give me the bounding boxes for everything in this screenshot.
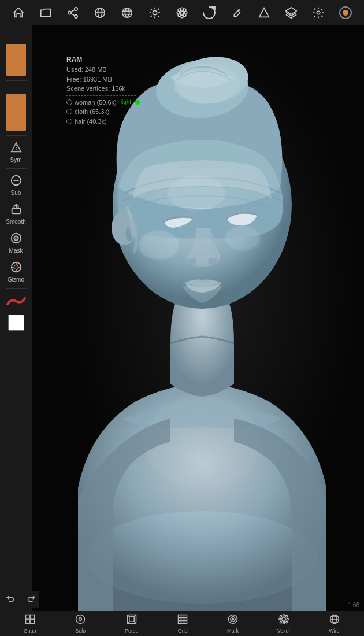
primary-color-swatch[interactable]: [6, 30, 26, 76]
svg-point-60: [225, 225, 260, 251]
svg-point-87: [287, 618, 288, 620]
mesh-item-woman[interactable]: woman (50.6k) light: [66, 98, 140, 108]
layers-icon[interactable]: [282, 3, 300, 22]
persp-label: Persp: [125, 628, 139, 634]
globe-icon[interactable]: [91, 3, 109, 22]
triangle-icon[interactable]: [255, 3, 273, 22]
mesh-icon-hair: [66, 119, 72, 124]
brush-stroke-preview[interactable]: [5, 293, 27, 310]
sun-icon[interactable]: [146, 3, 164, 22]
mesh-item-hair[interactable]: hair (40.3k): [66, 117, 140, 127]
svg-point-0: [75, 7, 78, 10]
ram-used: Used: 248 MB: [66, 65, 140, 75]
svg-line-29: [239, 9, 240, 10]
sub-tool[interactable]: Sub: [2, 171, 31, 199]
grid-label: Grid: [178, 628, 188, 634]
smooth-tool[interactable]: Smooth: [2, 199, 31, 228]
svg-point-67: [76, 615, 85, 624]
voxel-icon: [278, 613, 289, 627]
svg-point-1: [68, 11, 72, 14]
svg-point-42: [14, 236, 18, 240]
undo-redo-controls: [0, 589, 42, 611]
solo-icon: [75, 613, 86, 627]
gizmo-label: Gizmo: [8, 276, 24, 283]
color-swatches-2: [6, 85, 26, 131]
wire-label: Wire: [329, 628, 340, 634]
solo-label: Solo: [75, 628, 86, 634]
mark-tool[interactable]: Mark: [224, 612, 242, 635]
svg-point-27: [183, 9, 186, 12]
gizmo-tool[interactable]: Gizmo: [2, 257, 31, 286]
info-panel: RAM Used: 248 MB Free: 16931 MB Scene ve…: [66, 54, 140, 126]
version-number: 1.66: [348, 602, 359, 608]
svg-point-28: [178, 14, 181, 17]
mesh-icon-cloth: [66, 109, 72, 114]
sidebar-divider-2: [6, 135, 27, 136]
secondary-color-swatch[interactable]: [6, 85, 26, 131]
ram-title: RAM: [66, 54, 140, 65]
undo-button[interactable]: [2, 591, 20, 608]
grid-icon: [177, 613, 188, 627]
voxel-tool[interactable]: Voxel: [274, 612, 294, 635]
sidebar-divider-1: [6, 80, 27, 81]
home-icon[interactable]: [9, 3, 28, 22]
grid-tool[interactable]: Grid: [173, 612, 192, 635]
svg-point-11: [153, 10, 157, 14]
svg-rect-75: [179, 615, 187, 624]
svg-line-14: [151, 8, 152, 9]
svg-point-61: [168, 176, 225, 210]
redo-button[interactable]: [22, 591, 39, 608]
svg-rect-66: [31, 620, 35, 624]
svg-point-83: [281, 617, 285, 622]
svg-point-32: [317, 11, 320, 14]
voxel-label: Voxel: [277, 628, 290, 634]
light-dot: [135, 100, 140, 105]
svg-rect-65: [25, 620, 29, 624]
sub-label: Sub: [11, 190, 21, 196]
mask-tool[interactable]: Mask: [2, 228, 31, 257]
white-color-swatch[interactable]: [8, 315, 24, 331]
svg-line-19: [158, 8, 159, 9]
mesh-item-cloth[interactable]: cloth (65.3k): [66, 107, 140, 117]
svg-point-68: [79, 618, 82, 621]
folder-icon[interactable]: [36, 3, 55, 22]
pen-icon[interactable]: [227, 3, 246, 22]
svg-line-18: [151, 16, 152, 17]
globe2-icon[interactable]: [118, 3, 136, 22]
refresh-icon[interactable]: [200, 3, 218, 22]
info-separator: [66, 95, 136, 96]
persp-tool[interactable]: Persp: [121, 612, 142, 635]
sidebar-divider-4: [6, 288, 27, 289]
sym-label: Sym: [10, 157, 22, 163]
settings-icon[interactable]: [309, 3, 328, 22]
wire-tool[interactable]: Wire: [325, 612, 344, 635]
svg-point-82: [232, 618, 233, 620]
record-icon[interactable]: [336, 3, 355, 22]
sym-icon: [10, 141, 23, 156]
svg-point-91: [280, 621, 281, 623]
sidebar-divider-3: [6, 168, 27, 169]
svg-line-4: [71, 9, 75, 12]
solo-tool[interactable]: Solo: [71, 612, 90, 635]
mask-label: Mask: [9, 247, 23, 254]
sym-tool[interactable]: Sym: [2, 138, 31, 167]
svg-point-59: [139, 231, 179, 260]
viewport: RAM Used: 248 MB Free: 16931 MB Scene ve…: [32, 25, 364, 611]
svg-rect-74: [129, 617, 134, 622]
snap-tool[interactable]: Snap: [20, 612, 39, 635]
svg-line-3: [71, 13, 75, 16]
svg-marker-30: [259, 8, 269, 17]
smooth-icon: [10, 203, 23, 217]
flower-icon[interactable]: [173, 3, 191, 22]
mesh-name-woman: woman (50.6k): [75, 98, 117, 108]
share-icon[interactable]: [64, 3, 82, 22]
mark-icon: [227, 613, 239, 627]
scene-vertices: Scene vertices: 156k: [66, 84, 140, 94]
svg-point-44: [14, 265, 18, 269]
svg-point-34: [343, 10, 348, 16]
svg-point-85: [283, 622, 284, 624]
wire-icon: [329, 613, 340, 627]
svg-point-90: [285, 615, 287, 617]
svg-point-57: [188, 258, 197, 265]
mesh-icon-woman: [66, 99, 72, 105]
